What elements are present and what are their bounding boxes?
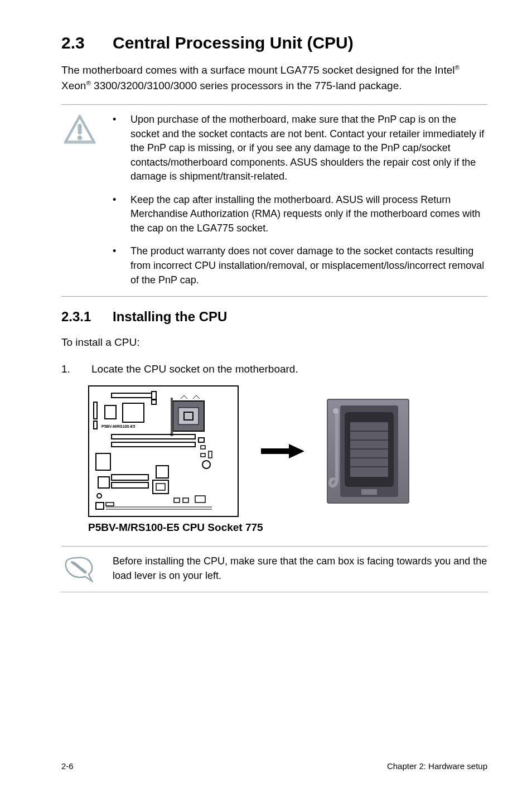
note-callout: Before installing the CPU, make sure tha…: [61, 546, 487, 592]
bullet-icon: •: [113, 113, 118, 184]
svg-point-21: [202, 461, 210, 468]
reg-mark: ®: [455, 64, 460, 71]
svg-rect-6: [94, 402, 97, 419]
footer-page-number: 2-6: [61, 761, 74, 771]
warning-text: The product warranty does not cover dama…: [130, 244, 487, 287]
warning-callout: •Upon purchase of the motherboard, make …: [61, 104, 487, 297]
svg-rect-5: [152, 400, 156, 404]
svg-rect-0: [78, 124, 82, 134]
svg-rect-20: [209, 451, 212, 458]
svg-rect-28: [153, 480, 168, 494]
svg-rect-3: [112, 393, 152, 398]
board-label: P5BV-M/RS100-E5: [101, 424, 135, 428]
bullet-icon: •: [113, 193, 118, 236]
svg-rect-27: [156, 466, 168, 478]
warning-text: Keep the cap after installing the mother…: [130, 193, 487, 236]
svg-rect-25: [98, 477, 109, 488]
svg-rect-8: [105, 405, 116, 419]
intro-text-post: 3300/3200/3100/3000 series processors in…: [91, 80, 402, 91]
svg-rect-46: [361, 489, 377, 495]
svg-rect-4: [152, 392, 156, 399]
svg-point-47: [333, 408, 338, 414]
figure-row: P5BV-M/RS100-E5: [88, 385, 487, 517]
svg-rect-23: [112, 475, 148, 480]
reg-mark: ®: [86, 79, 90, 86]
svg-rect-9: [123, 403, 144, 422]
section-heading: 2.3Central Processing Unit (CPU): [61, 33, 487, 52]
svg-rect-11: [178, 408, 199, 424]
svg-rect-18: [201, 446, 205, 449]
svg-rect-24: [112, 482, 148, 488]
note-text: Before installing the CPU, make sure tha…: [113, 554, 487, 583]
install-intro: To install a CPU:: [61, 335, 487, 350]
svg-rect-31: [183, 498, 188, 503]
figure-caption: P5BV-M/RS100-E5 CPU Socket 775: [88, 521, 487, 534]
warning-item: •The product warranty does not cover dam…: [113, 244, 487, 287]
svg-rect-16: [112, 442, 195, 447]
bullet-icon: •: [113, 244, 118, 287]
motherboard-diagram: P5BV-M/RS100-E5: [88, 385, 239, 517]
svg-point-1: [78, 136, 82, 140]
warning-item: •Keep the cap after installing the mothe…: [113, 193, 487, 236]
intro-text-pre: The motherboard comes with a surface mou…: [61, 64, 455, 76]
cpu-socket-photo: [327, 399, 409, 504]
svg-rect-22: [96, 453, 110, 470]
svg-rect-17: [199, 438, 204, 442]
subsection-title: Installing the CPU: [113, 309, 227, 324]
svg-rect-29: [156, 484, 165, 490]
svg-rect-36: [106, 503, 114, 506]
svg-rect-35: [96, 503, 104, 509]
svg-rect-13: [171, 398, 173, 434]
step-number: 1.: [61, 361, 75, 377]
intro-text-mid: Xeon: [61, 80, 86, 91]
step-list: 1. Locate the CPU socket on the motherbo…: [61, 361, 487, 377]
section-title: Central Processing Unit (CPU): [113, 33, 354, 52]
step-text: Locate the CPU socket on the motherboard…: [91, 361, 298, 377]
svg-rect-19: [201, 453, 205, 457]
intro-paragraph: The motherboard comes with a surface mou…: [61, 62, 487, 93]
note-icon: [63, 555, 96, 582]
svg-rect-7: [94, 421, 97, 429]
subsection-number: 2.3.1: [61, 309, 113, 325]
arrow-icon: [261, 443, 304, 460]
svg-marker-37: [261, 444, 304, 458]
svg-point-26: [97, 494, 101, 498]
warning-item: •Upon purchase of the motherboard, make …: [113, 113, 487, 184]
page-footer: 2-6 Chapter 2: Hardware setup: [61, 761, 487, 771]
caution-icon: [62, 114, 97, 145]
step-item: 1. Locate the CPU socket on the motherbo…: [61, 361, 487, 377]
section-number: 2.3: [61, 33, 113, 52]
warning-text: Upon purchase of the motherboard, make s…: [130, 113, 487, 184]
svg-rect-30: [174, 498, 180, 503]
svg-rect-32: [195, 496, 205, 503]
subsection-heading: 2.3.1Installing the CPU: [61, 309, 487, 325]
svg-rect-15: [112, 434, 195, 439]
footer-chapter: Chapter 2: Hardware setup: [387, 761, 487, 771]
warning-list: •Upon purchase of the motherboard, make …: [113, 113, 487, 287]
